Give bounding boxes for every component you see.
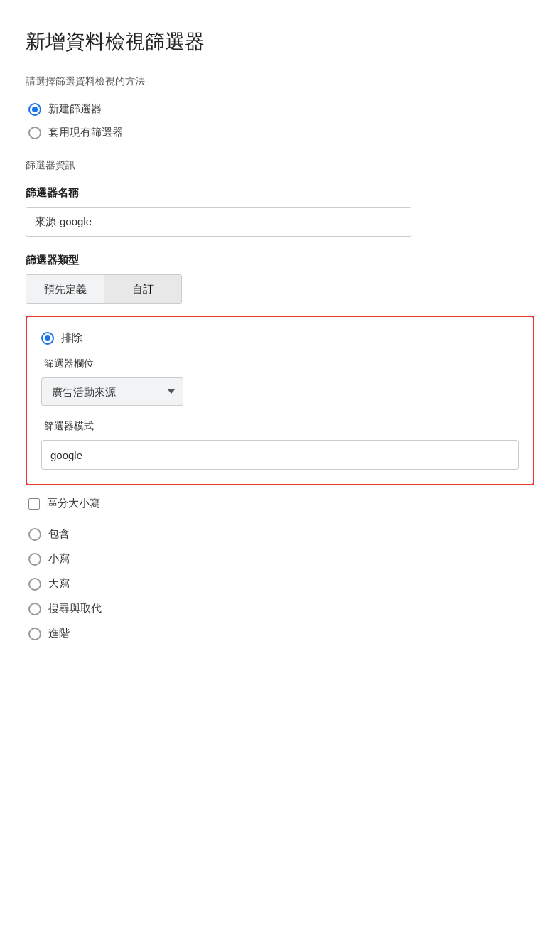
radio-label-search-replace: 搜尋與取代 bbox=[48, 602, 102, 615]
case-sensitive-checkbox[interactable] bbox=[28, 498, 40, 510]
radio-item-include[interactable]: 包含 bbox=[28, 527, 534, 541]
method-radio-group: 新建篩選器 套用現有篩選器 bbox=[28, 102, 534, 139]
radio-label-new: 新建篩選器 bbox=[48, 102, 102, 116]
radio-input-lowercase[interactable] bbox=[28, 553, 41, 566]
method-section-label: 請選擇篩選資料檢視的方法 bbox=[26, 75, 145, 88]
radio-item-uppercase[interactable]: 大寫 bbox=[28, 577, 534, 591]
divider-line bbox=[154, 82, 534, 82]
exclude-radio-row[interactable]: 排除 bbox=[41, 331, 519, 345]
filter-type-label: 篩選器類型 bbox=[26, 254, 534, 267]
filter-field-select[interactable]: 廣告活動來源 廣告活動媒介 廣告活動名稱 bbox=[41, 377, 183, 406]
radio-input-search-replace[interactable] bbox=[28, 603, 41, 615]
page-title: 新增資料檢視篩選器 bbox=[26, 28, 534, 55]
radio-input-advanced[interactable] bbox=[28, 628, 41, 640]
filter-info-label: 篩選器資訊 bbox=[26, 159, 75, 172]
case-sensitive-label: 區分大小寫 bbox=[47, 497, 100, 510]
filter-field-label: 篩選器欄位 bbox=[44, 357, 519, 370]
radio-label-lowercase: 小寫 bbox=[48, 552, 70, 566]
filter-name-label: 篩選器名稱 bbox=[26, 186, 534, 200]
radio-label-uppercase: 大寫 bbox=[48, 577, 70, 591]
radio-input-new[interactable] bbox=[28, 103, 41, 116]
filter-type-toggle-group: 預先定義 自訂 bbox=[26, 274, 182, 304]
toggle-custom[interactable]: 自訂 bbox=[104, 275, 181, 303]
filter-info-divider: 篩選器資訊 bbox=[26, 159, 534, 172]
filter-name-input[interactable] bbox=[26, 207, 411, 237]
radio-label-include: 包含 bbox=[48, 527, 70, 541]
radio-input-uppercase[interactable] bbox=[28, 578, 41, 591]
radio-item-new[interactable]: 新建篩選器 bbox=[28, 102, 534, 116]
divider-line-2 bbox=[84, 166, 534, 166]
filter-pattern-input[interactable] bbox=[41, 440, 519, 470]
radio-item-lowercase[interactable]: 小寫 bbox=[28, 552, 534, 566]
filter-field-dropdown-container: 廣告活動來源 廣告活動媒介 廣告活動名稱 bbox=[41, 377, 183, 406]
exclude-box: 排除 篩選器欄位 廣告活動來源 廣告活動媒介 廣告活動名稱 篩選器模式 bbox=[26, 316, 534, 485]
case-sensitive-row[interactable]: 區分大小寫 bbox=[28, 497, 534, 510]
radio-item-advanced[interactable]: 進階 bbox=[28, 627, 534, 640]
radio-label-advanced: 進階 bbox=[48, 627, 70, 640]
radio-item-search-replace[interactable]: 搜尋與取代 bbox=[28, 602, 534, 615]
radio-input-apply[interactable] bbox=[28, 127, 41, 139]
toggle-predefined[interactable]: 預先定義 bbox=[26, 275, 104, 303]
radio-input-include[interactable] bbox=[28, 528, 41, 541]
method-section-divider: 請選擇篩選資料檢視的方法 bbox=[26, 75, 534, 88]
radio-item-apply[interactable]: 套用現有篩選器 bbox=[28, 126, 534, 139]
filter-pattern-label: 篩選器模式 bbox=[44, 420, 519, 433]
exclude-radio-label: 排除 bbox=[61, 331, 82, 345]
exclude-radio-input[interactable] bbox=[41, 332, 54, 345]
radio-label-apply: 套用現有篩選器 bbox=[48, 126, 123, 139]
bottom-radio-group: 包含 小寫 大寫 搜尋與取代 進階 bbox=[28, 527, 534, 640]
filter-type-section: 篩選器類型 預先定義 自訂 bbox=[26, 254, 534, 304]
